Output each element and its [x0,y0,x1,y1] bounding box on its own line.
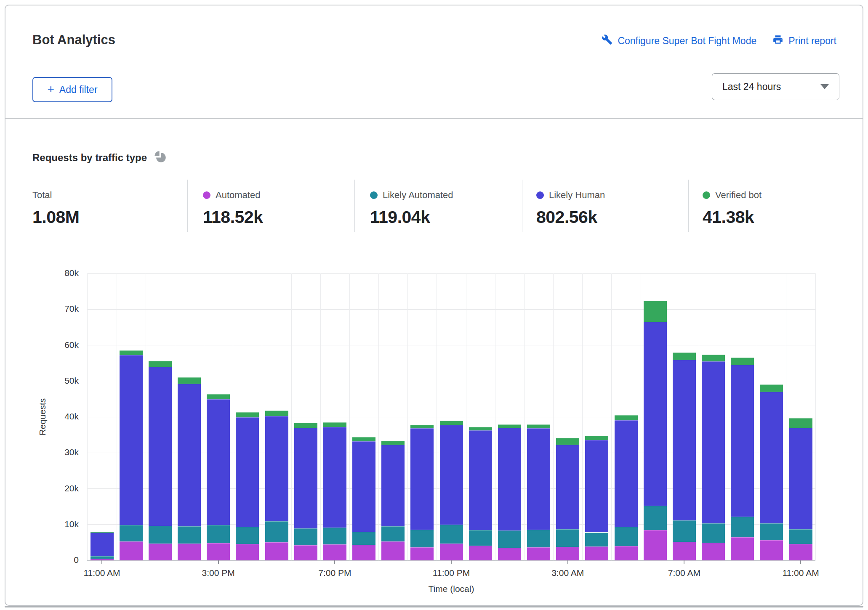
bar-segment-likely-human[interactable] [236,417,259,527]
bar-segment-likely-automated[interactable] [498,530,521,548]
bar-segment-likely-automated[interactable] [644,506,667,530]
bar-segment-automated[interactable] [120,541,143,560]
bar-segment-automated[interactable] [644,530,667,560]
bar-segment-likely-human[interactable] [644,322,667,506]
bar-segment-automated[interactable] [381,541,405,560]
bar-segment-likely-human[interactable] [469,430,492,530]
bar-segment-automated[interactable] [352,545,375,560]
bar-segment-verified-bot[interactable] [323,422,346,427]
bar-segment-automated[interactable] [323,544,346,560]
bar-segment-verified-bot[interactable] [120,350,143,355]
bar-segment-likely-human[interactable] [615,420,638,527]
bar-segment-likely-automated[interactable] [323,528,346,545]
bar-segment-automated[interactable] [789,544,812,560]
bar-segment-likely-human[interactable] [585,440,608,532]
bar-segment-automated[interactable] [149,544,172,560]
x-gridline [495,273,495,560]
bar-segment-verified-bot[interactable] [410,425,434,429]
bar-segment-likely-automated[interactable] [789,529,812,544]
bar-segment-verified-bot[interactable] [381,441,405,445]
bar-segment-automated[interactable] [702,543,725,560]
bar-segment-likely-human[interactable] [120,355,143,525]
bar-segment-automated[interactable] [585,546,608,560]
bar-segment-likely-automated[interactable] [731,517,754,537]
bar-segment-likely-human[interactable] [731,365,754,517]
bar-segment-verified-bot[interactable] [585,436,608,440]
bar-segment-likely-automated[interactable] [760,523,783,540]
bar-segment-verified-bot[interactable] [760,385,783,392]
bar-segment-verified-bot[interactable] [149,361,172,367]
bar-segment-likely-automated[interactable] [702,523,725,543]
bar-segment-verified-bot[interactable] [352,437,375,441]
bar-segment-automated[interactable] [556,547,579,560]
bar-segment-likely-human[interactable] [91,533,114,556]
bar-segment-automated[interactable] [673,542,696,560]
bar-segment-likely-automated[interactable] [615,527,638,546]
bar-segment-likely-human[interactable] [294,428,317,528]
bar-segment-automated[interactable] [236,544,259,560]
bar-segment-automated[interactable] [440,544,463,560]
bar-segment-likely-human[interactable] [440,425,463,525]
bar-segment-verified-bot[interactable] [556,438,579,445]
bar-segment-likely-automated[interactable] [236,527,259,544]
bar-segment-likely-automated[interactable] [149,526,172,544]
bar-segment-verified-bot[interactable] [731,358,754,364]
bar-segment-automated[interactable] [410,547,434,560]
bar-segment-likely-automated[interactable] [585,533,608,546]
bar-segment-likely-human[interactable] [673,360,696,520]
bar-segment-likely-automated[interactable] [469,530,492,546]
bar-segment-likely-human[interactable] [265,416,288,521]
bar-segment-likely-human[interactable] [498,428,521,530]
bar-segment-verified-bot[interactable] [178,377,201,383]
bar-segment-verified-bot[interactable] [440,421,463,424]
bar-segment-likely-human[interactable] [527,428,550,529]
bar-segment-verified-bot[interactable] [702,355,725,361]
bar-segment-likely-automated[interactable] [120,525,143,541]
bar-segment-likely-automated[interactable] [294,528,317,545]
bar-segment-likely-human[interactable] [702,361,725,523]
bar-segment-verified-bot[interactable] [207,394,230,399]
bar-segment-likely-human[interactable] [760,392,783,523]
bar-segment-likely-human[interactable] [207,399,230,525]
bar-segment-verified-bot[interactable] [294,423,317,428]
bar-segment-verified-bot[interactable] [615,415,638,420]
bar-segment-likely-automated[interactable] [352,532,375,545]
bar-segment-automated[interactable] [615,546,638,560]
bar-segment-verified-bot[interactable] [498,424,521,428]
bar-segment-likely-automated[interactable] [381,526,405,541]
bar-segment-likely-human[interactable] [381,445,405,526]
bar-segment-likely-human[interactable] [410,428,434,529]
bar-segment-verified-bot[interactable] [789,418,812,427]
bar-segment-verified-bot[interactable] [91,532,114,533]
bar-segment-likely-human[interactable] [789,428,812,529]
bar-segment-verified-bot[interactable] [469,427,492,431]
bar-segment-likely-automated[interactable] [440,525,463,544]
bar-segment-likely-automated[interactable] [673,520,696,542]
bar-segment-likely-human[interactable] [556,445,579,529]
bar-segment-likely-human[interactable] [352,441,375,532]
bar-segment-likely-human[interactable] [149,367,172,526]
bar-segment-likely-automated[interactable] [265,521,288,542]
bar-segment-automated[interactable] [760,540,783,560]
bar-segment-automated[interactable] [527,547,550,560]
bar-segment-verified-bot[interactable] [527,424,550,428]
bar-segment-automated[interactable] [207,543,230,560]
bar-segment-verified-bot[interactable] [673,353,696,360]
bar-segment-automated[interactable] [178,544,201,560]
bar-segment-automated[interactable] [265,542,288,560]
bar-segment-verified-bot[interactable] [236,412,259,417]
bar-segment-likely-automated[interactable] [556,529,579,547]
bar-segment-likely-automated[interactable] [410,530,434,548]
bar-segment-likely-human[interactable] [323,427,346,528]
bar-segment-likely-automated[interactable] [178,526,201,544]
bar-segment-likely-automated[interactable] [527,530,550,548]
bar-segment-likely-automated[interactable] [207,525,230,543]
bar-segment-automated[interactable] [498,548,521,560]
bar-segment-automated[interactable] [731,537,754,560]
bar-segment-likely-automated[interactable] [91,556,114,559]
bar-segment-verified-bot[interactable] [644,301,667,322]
bar-segment-automated[interactable] [469,546,492,560]
bar-segment-automated[interactable] [294,545,317,560]
bar-segment-verified-bot[interactable] [265,411,288,416]
bar-segment-likely-human[interactable] [178,384,201,526]
